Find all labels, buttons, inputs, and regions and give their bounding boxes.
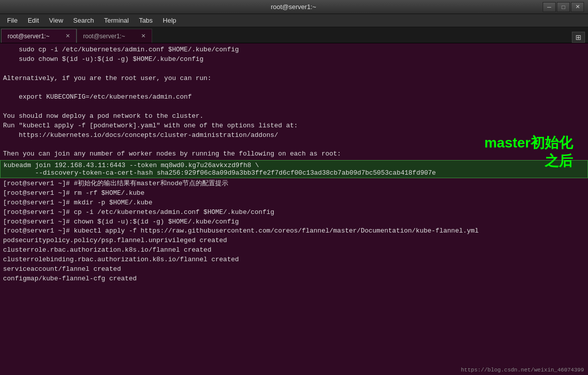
menu-tabs[interactable]: Tabs [134, 16, 158, 25]
new-tab-button[interactable]: ⊞ [572, 32, 585, 43]
menu-help[interactable]: Help [158, 16, 181, 25]
window-controls: ─ □ ✕ [543, 2, 584, 12]
annotation-line1: master初始化 [484, 135, 573, 151]
minimize-button[interactable]: ─ [543, 2, 556, 12]
menu-file[interactable]: File [2, 16, 23, 25]
tab-2-close[interactable]: ✕ [141, 33, 146, 39]
annotation-text: master初始化 之后 [484, 134, 573, 171]
menu-view[interactable]: View [44, 16, 68, 25]
tabs-right: ⊞ [572, 32, 587, 43]
menu-search[interactable]: Search [68, 16, 99, 25]
maximize-button[interactable]: □ [557, 2, 570, 12]
watermark: https://blog.csdn.net/weixin_46074399 [461, 367, 584, 373]
terminal-area[interactable]: sudo cp -i /etc/kubernetes/admin.conf $H… [0, 43, 588, 375]
tab-1-label: root@server1:~ [8, 33, 49, 40]
tab-1-close[interactable]: ✕ [66, 33, 70, 39]
tabs-bar: root@server1:~ ✕ root@server1:~ ✕ ⊞ [0, 27, 588, 43]
tab-1[interactable]: root@server1:~ ✕ [1, 29, 77, 43]
tab-2[interactable]: root@server1:~ ✕ [77, 29, 152, 43]
menu-edit[interactable]: Edit [23, 16, 44, 25]
tab-2-label: root@server1:~ [83, 33, 125, 40]
menu-bar: File Edit View Search Terminal Tabs Help [0, 14, 588, 27]
close-button[interactable]: ✕ [571, 2, 584, 12]
title-bar: root@server1:~ ─ □ ✕ [0, 0, 588, 14]
menu-terminal[interactable]: Terminal [99, 16, 134, 25]
window-title: root@server1:~ [44, 3, 543, 11]
annotation-line2: 之后 [545, 153, 573, 169]
terminal-lower-content: [root@server1 ~]# #初始化的输出结果有master和node节… [0, 179, 588, 283]
